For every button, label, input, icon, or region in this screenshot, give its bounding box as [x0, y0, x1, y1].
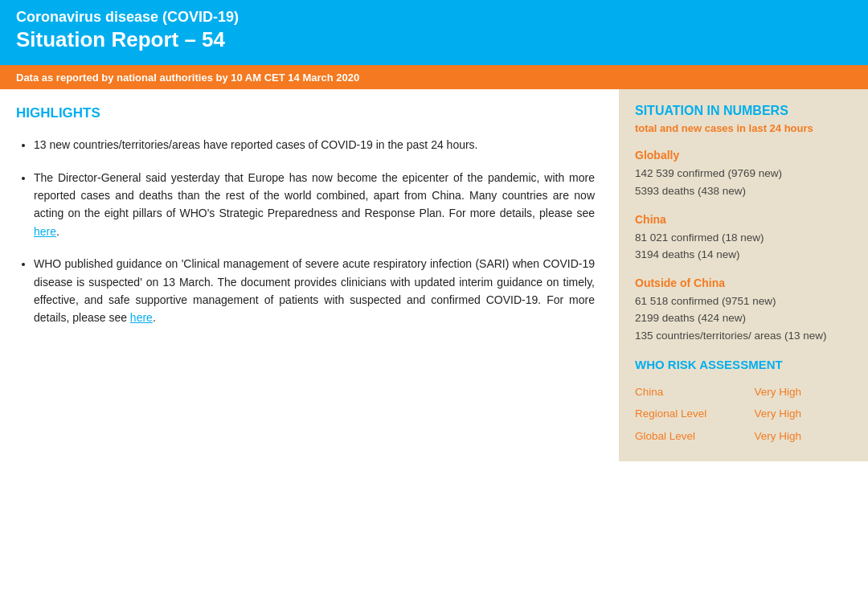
- china-confirmed: 81 021 confirmed (18 new): [635, 229, 852, 247]
- report-title-top: Coronavirus disease (COVID-19): [16, 8, 852, 27]
- header-blue-bar: Coronavirus disease (COVID-19) Situation…: [0, 0, 868, 65]
- globally-deaths: 5393 deaths (438 new): [635, 182, 852, 200]
- bullet-text-2: The Director-General said yesterday that…: [34, 171, 595, 238]
- outside-china-label: Outside of China: [635, 276, 852, 289]
- risk-level-regional: Very High: [755, 403, 853, 425]
- outside-china-areas: 135 countries/territories/ areas (13 new…: [635, 327, 852, 345]
- page-wrapper: Coronavirus disease (COVID-19) Situation…: [0, 0, 868, 461]
- risk-row-china: China Very High: [635, 381, 852, 403]
- china-block: China 81 021 confirmed (18 new) 3194 dea…: [635, 213, 852, 264]
- china-label: China: [635, 213, 852, 226]
- report-title-main: Situation Report – 54: [16, 27, 852, 54]
- outside-china-confirmed: 61 518 confirmed (9751 new): [635, 293, 852, 310]
- globally-block: Globally 142 539 confirmed (9769 new) 53…: [635, 149, 852, 199]
- risk-level-global: Very High: [755, 425, 853, 448]
- risk-region-china: China: [635, 381, 755, 403]
- list-item: 13 new countries/territories/areas have …: [34, 136, 595, 154]
- risk-region-global: Global Level: [635, 425, 755, 448]
- data-note-text: Data as reported by national authorities…: [16, 72, 359, 84]
- risk-table: China Very High Regional Level Very High…: [635, 381, 852, 448]
- data-note-bar: Data as reported by national authorities…: [0, 65, 868, 89]
- situation-subtitle: total and new cases in last 24 hours: [635, 121, 852, 136]
- list-item: WHO published guidance on 'Clinical mana…: [34, 255, 595, 327]
- main-content: HIGHLIGHTS 13 new countries/territories/…: [0, 89, 868, 461]
- highlights-list: 13 new countries/territories/areas have …: [16, 136, 595, 327]
- globally-label: Globally: [635, 149, 852, 162]
- who-risk-title: WHO RISK ASSESSMENT: [635, 358, 852, 371]
- risk-region-regional: Regional Level: [635, 403, 755, 425]
- bullet-text-1: 13 new countries/territories/areas have …: [34, 138, 478, 151]
- bullet-text-3: WHO published guidance on 'Clinical mana…: [34, 257, 595, 324]
- outside-china-block: Outside of China 61 518 confirmed (9751 …: [635, 276, 852, 345]
- risk-level-china: Very High: [755, 381, 853, 403]
- highlights-title: HIGHLIGHTS: [16, 105, 595, 121]
- left-panel: HIGHLIGHTS 13 new countries/territories/…: [0, 89, 619, 461]
- here-link-1[interactable]: here: [34, 225, 56, 238]
- china-deaths: 3194 deaths (14 new): [635, 246, 852, 264]
- situation-title: SITUATION IN NUMBERS: [635, 104, 852, 118]
- right-panel: SITUATION IN NUMBERS total and new cases…: [619, 89, 868, 461]
- risk-row-global: Global Level Very High: [635, 425, 852, 448]
- outside-china-deaths: 2199 deaths (424 new): [635, 309, 852, 327]
- list-item: The Director-General said yesterday that…: [34, 169, 595, 241]
- globally-confirmed: 142 539 confirmed (9769 new): [635, 165, 852, 182]
- risk-row-regional: Regional Level Very High: [635, 403, 852, 425]
- here-link-2[interactable]: here: [130, 311, 153, 324]
- report-title: Coronavirus disease (COVID-19) Situation…: [16, 8, 852, 54]
